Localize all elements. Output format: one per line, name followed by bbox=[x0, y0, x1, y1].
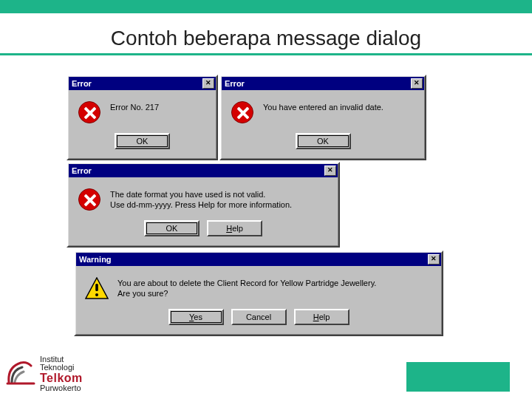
slide-title-area: Contoh beberapa message dialog bbox=[0, 13, 532, 66]
dialog-message: Error No. 217 bbox=[110, 100, 207, 112]
error-dialog-1: Error ✕ Error No. 217 OK bbox=[66, 75, 218, 160]
close-icon[interactable]: ✕ bbox=[202, 78, 214, 89]
error-dialog-2: Error ✕ You have entered an invalid date… bbox=[219, 75, 426, 160]
ok-button[interactable]: OK bbox=[296, 133, 351, 149]
titlebar[interactable]: Warning ✕ bbox=[76, 253, 441, 266]
svg-point-2 bbox=[95, 293, 98, 296]
ok-button[interactable]: OK bbox=[115, 133, 170, 149]
svg-rect-1 bbox=[95, 284, 98, 291]
ok-button[interactable]: OK bbox=[144, 220, 200, 236]
warning-dialog: Warning ✕ You are about to delete the Cl… bbox=[74, 250, 443, 336]
error-icon bbox=[231, 100, 254, 124]
dialog-message: You have entered an invalid date. bbox=[263, 100, 415, 112]
error-icon bbox=[78, 188, 101, 211]
titlebar[interactable]: Error ✕ bbox=[69, 77, 216, 90]
error-dialog-3: Error ✕ The date format you have used is… bbox=[66, 162, 340, 248]
titlebar[interactable]: Error ✕ bbox=[69, 164, 338, 177]
dialog-title: Error bbox=[70, 166, 92, 175]
close-icon[interactable]: ✕ bbox=[324, 166, 336, 176]
logo-brand: Telkom bbox=[40, 372, 83, 385]
slide-footer: Institut Teknologi Telkom Purwokerto bbox=[0, 358, 532, 399]
institution-logo: Institut Teknologi Telkom Purwokerto bbox=[6, 355, 83, 393]
help-button[interactable]: Help bbox=[207, 220, 262, 236]
dialog-title: Warning bbox=[78, 255, 112, 264]
logo-line2: Teknologi bbox=[40, 364, 83, 372]
dialog-message: The date format you have used is not val… bbox=[110, 188, 329, 211]
dialog-title: Error bbox=[70, 79, 92, 88]
top-accent-bar bbox=[0, 0, 532, 13]
cancel-button[interactable]: Cancel bbox=[231, 309, 287, 325]
error-icon bbox=[78, 100, 101, 124]
dialog-message: You are about to delete the Client Recor… bbox=[117, 276, 432, 299]
titlebar[interactable]: Error ✕ bbox=[222, 77, 424, 90]
slide-title: Contoh beberapa message dialog bbox=[0, 27, 532, 50]
warning-icon bbox=[85, 276, 109, 300]
help-button[interactable]: Help bbox=[294, 309, 349, 325]
logo-city: Purwokerto bbox=[40, 384, 83, 393]
close-icon[interactable]: ✕ bbox=[428, 254, 440, 265]
bottom-accent-block bbox=[406, 362, 510, 392]
close-icon[interactable]: ✕ bbox=[411, 78, 423, 89]
title-underline bbox=[0, 53, 532, 55]
dialog-title: Error bbox=[223, 79, 245, 88]
yes-button[interactable]: Yes bbox=[168, 309, 224, 325]
